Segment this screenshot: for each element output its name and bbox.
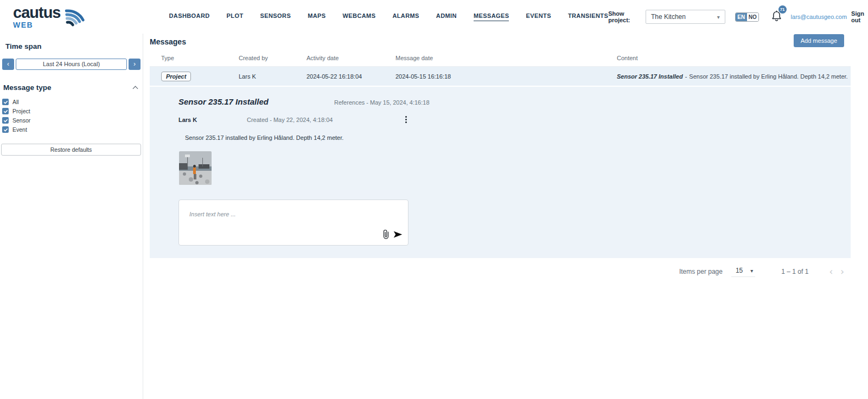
checkbox-sensor-checked[interactable] xyxy=(2,117,9,124)
table-header: Type Created by Activity date Message da… xyxy=(150,55,851,67)
collapse-chevron-icon xyxy=(133,86,138,92)
add-message-button[interactable]: Add message xyxy=(794,34,844,47)
sign-out-button[interactable]: Sign out xyxy=(851,10,868,23)
filter-event[interactable]: Event xyxy=(2,126,143,133)
restore-defaults-button[interactable]: Restore defaults xyxy=(1,144,141,156)
table-row[interactable]: Project Lars K 2024-05-22 16:18:04 2024-… xyxy=(150,67,851,86)
page-title: Messages xyxy=(150,37,851,46)
project-select[interactable]: The Kitchen ▾ xyxy=(646,10,725,24)
row-activity-date: 2024-05-22 16:18:04 xyxy=(307,73,395,80)
messages-table: Type Created by Activity date Message da… xyxy=(150,55,851,86)
attach-file-button[interactable] xyxy=(382,229,390,241)
filter-project[interactable]: Project xyxy=(2,108,143,114)
filter-sensor[interactable]: Sensor xyxy=(2,117,143,124)
col-content: Content xyxy=(617,55,851,61)
checkbox-event-checked[interactable] xyxy=(2,126,9,133)
language-toggle: EN NO xyxy=(735,12,759,22)
col-type: Type xyxy=(161,55,239,61)
pagination-range: 1 – 1 of 1 xyxy=(781,268,808,275)
previous-page-button[interactable]: ‹ xyxy=(829,266,833,277)
filter-all-label: All xyxy=(12,99,19,105)
message-title: Sensor 235.17 Installed xyxy=(178,97,334,106)
message-photo-thumbnail[interactable] xyxy=(179,151,212,185)
chevron-down-icon: ▾ xyxy=(750,268,753,274)
checkbox-project-checked[interactable] xyxy=(2,108,9,114)
reply-text-input[interactable] xyxy=(179,200,408,231)
filter-all[interactable]: All xyxy=(2,99,143,105)
lang-no-button[interactable]: NO xyxy=(747,13,758,21)
message-references: References - May 15, 2024, 4:16:18 xyxy=(334,99,430,106)
bell-icon xyxy=(771,15,782,24)
nav-events[interactable]: EVENTS xyxy=(526,12,551,21)
time-span-prev-button[interactable]: ‹ xyxy=(2,59,14,70)
row-created-by: Lars K xyxy=(239,73,307,80)
col-message-date: Message date xyxy=(395,55,617,61)
lang-en-button[interactable]: EN xyxy=(736,13,747,21)
message-author: Lars K xyxy=(178,117,247,123)
nav-plot[interactable]: PLOT xyxy=(227,12,244,21)
send-message-button[interactable] xyxy=(393,230,403,241)
logo-brand-text: cautus xyxy=(13,5,60,21)
message-created-date: Created - May 22, 2024, 4:18:04 xyxy=(247,117,402,123)
reply-compose-box xyxy=(178,200,409,246)
time-span-control: ‹ Last 24 Hours (Local) › xyxy=(2,59,141,70)
message-detail-panel: Sensor 235.17 Installed References - May… xyxy=(150,87,851,258)
nav-dashboard[interactable]: DASHBOARD xyxy=(169,12,209,21)
row-content-title: Sensor 235.17 Installed xyxy=(617,73,683,80)
paperclip-icon xyxy=(382,229,390,241)
message-type-filters: All Project Sensor Event xyxy=(2,99,143,133)
nav-transients[interactable]: TRANSIENTS xyxy=(568,12,608,21)
signal-waves-icon xyxy=(62,4,86,30)
items-per-page-value: 15 xyxy=(736,267,743,274)
next-page-button[interactable]: › xyxy=(840,266,844,277)
message-type-heading: Message type xyxy=(3,83,52,92)
send-icon xyxy=(393,230,403,241)
show-project-label: Show project: xyxy=(608,10,641,23)
type-badge: Project xyxy=(161,72,191,81)
nav-webcams[interactable]: WEBCAMS xyxy=(343,12,376,21)
main-nav: DASHBOARD PLOT SENSORS MAPS WEBCAMS ALAR… xyxy=(169,12,608,21)
messages-page: Messages Add message Type Created by Act… xyxy=(150,34,851,277)
project-select-value: The Kitchen xyxy=(651,13,686,21)
notification-count-badge: 71 xyxy=(778,5,787,14)
user-email-link[interactable]: lars@cautusgeo.com xyxy=(791,14,847,20)
logo-sub-text: WEB xyxy=(13,21,60,29)
col-created-by: Created by xyxy=(239,55,307,61)
time-span-next-button[interactable]: › xyxy=(129,59,141,70)
time-span-value[interactable]: Last 24 Hours (Local) xyxy=(16,59,127,70)
row-message-date: 2024-05-15 16:16:18 xyxy=(395,73,617,80)
nav-messages[interactable]: MESSAGES xyxy=(474,12,509,21)
nav-sensors[interactable]: SENSORS xyxy=(260,12,291,21)
items-per-page-select[interactable]: 15 ▾ xyxy=(731,266,755,277)
nav-admin[interactable]: ADMIN xyxy=(436,12,457,21)
filter-sensor-label: Sensor xyxy=(12,117,30,124)
time-span-heading: Time span xyxy=(5,42,143,50)
nav-maps[interactable]: MAPS xyxy=(308,12,326,21)
filter-sidebar: Time span ‹ Last 24 Hours (Local) › Mess… xyxy=(0,34,143,399)
message-body: Sensor 235.17 installed by Erling Håland… xyxy=(185,134,851,141)
items-per-page-label: Items per page xyxy=(679,268,723,275)
message-type-header[interactable]: Message type xyxy=(3,83,137,92)
row-content-body: Sensor 235.17 installed by Erling Håland… xyxy=(689,73,847,80)
col-activity-date: Activity date xyxy=(307,55,395,61)
notifications-bell[interactable]: 71 xyxy=(771,10,782,24)
top-header: cautus WEB DASHBOARD PLOT SENSORS MAPS W… xyxy=(0,0,868,34)
checkbox-all-checked[interactable] xyxy=(2,99,9,105)
filter-project-label: Project xyxy=(12,108,30,114)
cautus-logo: cautus WEB xyxy=(13,3,86,30)
nav-alarms[interactable]: ALARMS xyxy=(392,12,419,21)
message-options-menu[interactable] xyxy=(402,114,410,125)
chevron-down-icon: ▾ xyxy=(717,14,720,20)
filter-event-label: Event xyxy=(12,126,27,133)
pagination-bar: Items per page 15 ▾ 1 – 1 of 1 ‹ › xyxy=(150,266,851,277)
